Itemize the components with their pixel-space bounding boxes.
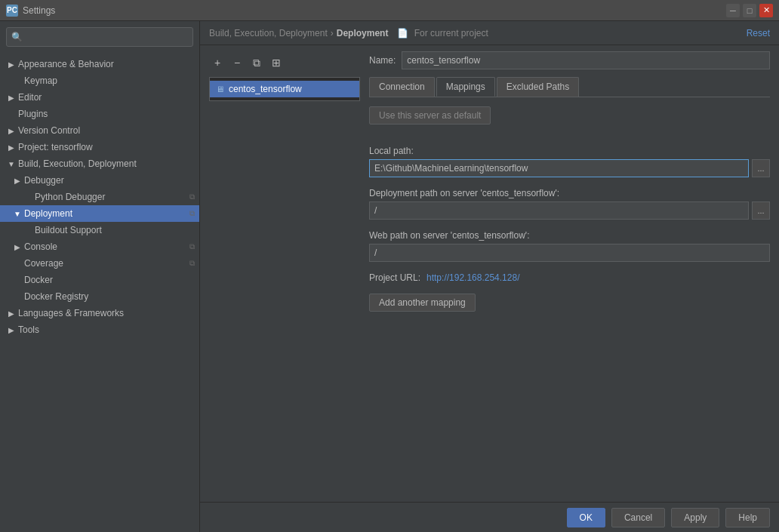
help-button[interactable]: Help xyxy=(725,508,770,527)
tab-excluded-paths[interactable]: Excluded Paths xyxy=(497,77,579,97)
sidebar-item-label: Tools xyxy=(18,324,39,335)
window-title: Settings xyxy=(23,5,55,16)
local-path-label: Local path: xyxy=(369,146,770,156)
arrow-icon xyxy=(23,225,33,235)
project-url-link[interactable]: http://192.168.254.128/ xyxy=(426,272,519,283)
tabs-bar: Connection Mappings Excluded Paths xyxy=(369,77,770,97)
add-mapping-button[interactable]: Add another mapping xyxy=(369,294,476,312)
sidebar-item-label: Buildout Support xyxy=(35,225,102,235)
maximize-button[interactable]: □ xyxy=(743,4,756,17)
copy-icon: ⧉ xyxy=(189,209,195,218)
sidebar-item-project[interactable]: Project: tensorflow xyxy=(0,139,199,155)
arrow-icon xyxy=(12,275,23,285)
use-server-button[interactable]: Use this server as default xyxy=(369,106,491,125)
use-server-row: Use this server as default xyxy=(369,106,770,135)
breadcrumb-arrow: › xyxy=(331,28,334,38)
breadcrumb-project-label: 📄 For current project xyxy=(397,28,488,38)
ok-button[interactable]: OK xyxy=(567,508,605,527)
sidebar-tree: Appearance & Behavior Keymap Editor Plug… xyxy=(0,53,199,532)
arrow-icon xyxy=(23,192,33,202)
arrow-icon xyxy=(12,208,23,219)
sidebar-item-deployment[interactable]: Deployment ⧉ xyxy=(0,205,199,222)
server-name: centos_tensorflow xyxy=(229,84,302,94)
server-icon: 🖥 xyxy=(216,85,224,94)
remove-server-button[interactable]: − xyxy=(229,54,245,71)
local-path-browse-button[interactable]: ... xyxy=(752,159,770,177)
search-box[interactable]: 🔍 xyxy=(6,27,193,47)
copy-icon: ⧉ xyxy=(189,192,195,201)
breadcrumb-deployment: Deployment xyxy=(337,28,389,38)
deploy-toolbar: + − ⧉ ⊞ xyxy=(209,51,360,74)
sidebar-item-label: Keymap xyxy=(24,75,57,86)
sidebar-item-languages[interactable]: Languages & Frameworks xyxy=(0,305,199,321)
tab-connection[interactable]: Connection xyxy=(369,77,435,97)
sidebar-item-debugger[interactable]: Debugger xyxy=(0,172,199,189)
add-mapping-row: Add another mapping xyxy=(369,294,770,312)
sidebar-item-label: Appearance & Behavior xyxy=(18,59,114,69)
sidebar-item-tools[interactable]: Tools xyxy=(0,321,199,338)
deployment-path-label: Deployment path on server 'centos_tensor… xyxy=(369,188,770,198)
search-input[interactable] xyxy=(26,32,188,42)
sidebar-item-label: Coverage xyxy=(24,258,63,269)
arrow-icon xyxy=(6,109,17,119)
title-bar: PC Settings ─ □ ✕ xyxy=(0,0,779,21)
web-path-input[interactable] xyxy=(369,244,770,262)
arrow-icon xyxy=(6,158,17,169)
project-url-row: Project URL: http://192.168.254.128/ xyxy=(369,272,770,283)
server-list: 🖥 centos_tensorflow xyxy=(209,77,360,101)
sidebar-item-appearance[interactable]: Appearance & Behavior xyxy=(0,56,199,72)
panel-content: + − ⧉ ⊞ 🖥 centos_tensorflow xyxy=(200,45,779,502)
server-item[interactable]: 🖥 centos_tensorflow xyxy=(210,81,359,97)
copy-icon: ⧉ xyxy=(189,242,195,251)
bottom-bar: OK Cancel Apply Help xyxy=(200,502,779,532)
project-icon: 📄 xyxy=(397,28,408,38)
sidebar-item-python-debugger[interactable]: Python Debugger ⧉ xyxy=(0,189,199,205)
sidebar-item-build[interactable]: Build, Execution, Deployment xyxy=(0,155,199,172)
cancel-button[interactable]: Cancel xyxy=(611,508,665,527)
sidebar-item-docker[interactable]: Docker xyxy=(0,272,199,288)
arrow-icon xyxy=(6,142,17,152)
move-server-button[interactable]: ⊞ xyxy=(268,54,285,71)
name-label: Name: xyxy=(369,55,396,66)
local-path-label-row: Local path: xyxy=(369,146,770,156)
sidebar-item-label: Editor xyxy=(18,92,42,103)
sidebar-item-plugins[interactable]: Plugins xyxy=(0,106,199,122)
server-panel: + − ⧉ ⊞ 🖥 centos_tensorflow xyxy=(209,51,360,312)
sidebar-item-label: Plugins xyxy=(18,109,48,119)
deployment-path-input[interactable] xyxy=(369,201,749,220)
arrow-icon xyxy=(6,125,17,136)
sidebar-item-label: Debugger xyxy=(24,175,64,186)
sidebar-item-keymap[interactable]: Keymap xyxy=(0,72,199,89)
minimize-button[interactable]: ─ xyxy=(726,4,740,17)
web-path-label: Web path on server 'centos_tensorflow': xyxy=(369,230,770,241)
arrow-icon xyxy=(12,175,23,186)
sidebar-item-label: Console xyxy=(24,241,57,252)
arrow-icon xyxy=(6,324,17,335)
sidebar-item-docker-registry[interactable]: Docker Registry xyxy=(0,288,199,305)
tab-mappings[interactable]: Mappings xyxy=(436,77,495,97)
sidebar-item-editor[interactable]: Editor xyxy=(0,89,199,106)
sidebar-item-label: Deployment xyxy=(24,208,72,219)
breadcrumb: Build, Execution, Deployment › Deploymen… xyxy=(200,21,779,45)
main-layout: 🔍 Appearance & Behavior Keymap Editor xyxy=(0,21,779,532)
sidebar-item-buildout[interactable]: Buildout Support xyxy=(0,222,199,238)
name-input[interactable] xyxy=(402,51,770,69)
settings-panel: Name: Connection Mappings Excluded Paths xyxy=(369,51,770,312)
sidebar-item-coverage[interactable]: Coverage ⧉ xyxy=(0,255,199,272)
reset-link[interactable]: Reset xyxy=(747,28,770,38)
apply-button[interactable]: Apply xyxy=(671,508,719,527)
close-button[interactable]: ✕ xyxy=(759,4,773,17)
deployment-path-browse-button[interactable]: ... xyxy=(752,201,770,220)
name-row: Name: xyxy=(369,51,770,69)
window-controls: ─ □ ✕ xyxy=(726,4,773,17)
local-path-row: ... xyxy=(369,159,770,177)
deployment-path-row: ... xyxy=(369,201,770,220)
project-url-label: Project URL: xyxy=(369,272,420,283)
add-server-button[interactable]: + xyxy=(209,54,226,71)
sidebar: 🔍 Appearance & Behavior Keymap Editor xyxy=(0,21,200,532)
sidebar-item-console[interactable]: Console ⧉ xyxy=(0,238,199,255)
copy-server-button[interactable]: ⧉ xyxy=(248,54,265,71)
sidebar-item-version-control[interactable]: Version Control xyxy=(0,122,199,139)
search-icon: 🔍 xyxy=(11,32,23,42)
local-path-input[interactable] xyxy=(369,159,749,177)
